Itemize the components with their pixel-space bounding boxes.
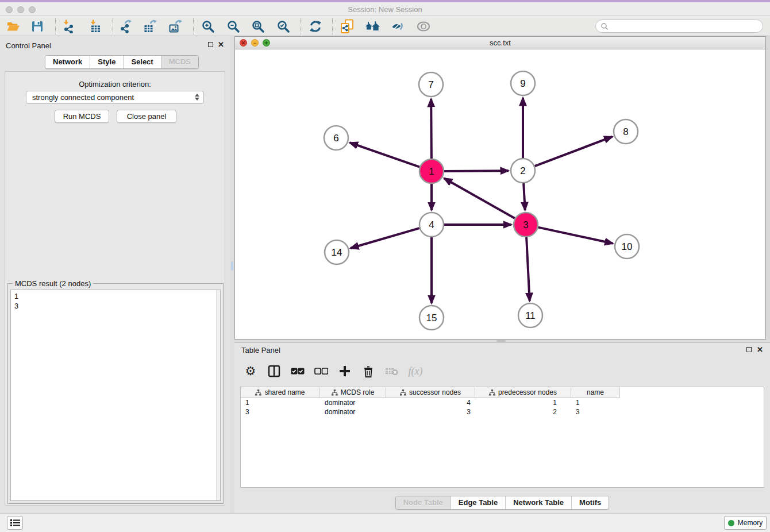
search-input[interactable] — [595, 20, 763, 33]
result-line: 1 — [14, 291, 217, 301]
memory-button[interactable]: Memory — [724, 516, 767, 530]
close-panel-icon[interactable]: ✕ — [757, 346, 763, 353]
column-header-predecessor-nodes[interactable]: predecessor nodes — [475, 387, 571, 398]
edge-3-11[interactable] — [526, 237, 530, 301]
toggle-visibility-icon — [416, 20, 431, 33]
tab-select[interactable]: Select — [124, 56, 161, 68]
tab-edge-table[interactable]: Edge Table — [451, 496, 506, 509]
search-icon — [600, 22, 609, 30]
network-graph[interactable]: 7968124314101511 — [235, 49, 765, 339]
gear-icon: ⚙ — [245, 365, 256, 377]
tab-style[interactable]: Style — [90, 56, 124, 68]
refresh-icon — [309, 20, 322, 33]
column-type-icon — [255, 390, 261, 396]
zoom-in-button[interactable] — [201, 19, 215, 34]
close-panel-button[interactable]: Close panel — [117, 110, 176, 123]
splitter-handle[interactable] — [231, 261, 233, 271]
graph-node-8[interactable]: 8 — [614, 119, 638, 144]
edge-4-14[interactable] — [351, 228, 419, 248]
network-canvas[interactable]: 7968124314101511 — [235, 49, 765, 339]
column-header-mcds-role[interactable]: MCDS role — [320, 387, 386, 398]
result-scrollbar[interactable] — [216, 290, 220, 500]
home-browser-button[interactable] — [365, 19, 380, 34]
float-panel-icon[interactable] — [746, 347, 752, 352]
edge-1-7[interactable] — [431, 99, 432, 159]
control-panel-title: Control Panel — [6, 41, 51, 50]
zoom-in-icon — [201, 20, 215, 33]
tab-network[interactable]: Network — [45, 56, 90, 68]
export-image-button[interactable] — [168, 19, 183, 34]
export-table-button[interactable] — [143, 19, 157, 34]
function-builder-button[interactable]: f(x) — [407, 363, 424, 379]
tab-mcds[interactable]: MCDS — [161, 56, 198, 68]
table-settings-button[interactable]: ⚙ — [242, 363, 259, 379]
duplicate-network-button[interactable] — [340, 19, 355, 34]
import-table-button[interactable] — [88, 19, 103, 34]
select-all-button[interactable] — [290, 363, 306, 379]
tab-network-table[interactable]: Network Table — [506, 496, 572, 509]
refresh-button[interactable] — [308, 19, 323, 34]
column-header-name[interactable]: name — [571, 387, 620, 398]
criterion-select[interactable]: strongly connected component — [26, 91, 204, 104]
cell-successor-nodes: 3 — [386, 407, 475, 417]
trash-icon — [363, 365, 374, 377]
cell-name: 1 — [571, 398, 620, 407]
delete-table-icon — [385, 366, 399, 376]
graph-node-2[interactable]: 2 — [511, 159, 535, 183]
open-session-button[interactable] — [6, 19, 21, 34]
svg-text:9: 9 — [520, 78, 525, 89]
tab-motifs[interactable]: Motifs — [572, 496, 609, 509]
column-header-shared-name[interactable]: shared name — [241, 387, 320, 398]
graph-node-10[interactable]: 10 — [615, 234, 639, 259]
hide-labels-button[interactable] — [390, 19, 405, 34]
float-panel-icon[interactable] — [208, 42, 213, 47]
graph-node-1[interactable]: 1 — [419, 159, 444, 183]
svg-text:15: 15 — [426, 313, 437, 323]
graph-node-4[interactable]: 4 — [419, 213, 444, 237]
hide-labels-icon — [391, 20, 405, 33]
edge-2-3[interactable] — [523, 183, 525, 210]
graph-node-7[interactable]: 7 — [419, 72, 443, 97]
graph-node-15[interactable]: 15 — [419, 306, 444, 330]
vertical-splitter[interactable] — [230, 36, 234, 513]
svg-text:8: 8 — [623, 126, 628, 137]
add-column-icon — [339, 365, 351, 377]
column-header-successor-nodes[interactable]: successor nodes — [386, 387, 475, 398]
split-columns-icon — [268, 365, 280, 377]
edge-2-8[interactable] — [535, 137, 613, 166]
delete-column-button[interactable] — [360, 363, 376, 379]
splitter-handle[interactable] — [496, 340, 506, 342]
import-network-button[interactable] — [61, 19, 76, 34]
zoom-out-button[interactable] — [226, 19, 241, 34]
graph-node-6[interactable]: 6 — [324, 126, 348, 150]
graph-node-14[interactable]: 14 — [325, 240, 349, 264]
edge-1-6[interactable] — [350, 142, 420, 167]
svg-text:4: 4 — [429, 219, 434, 230]
tab-node-table[interactable]: Node Table — [396, 496, 451, 509]
graph-node-9[interactable]: 9 — [511, 71, 535, 95]
close-panel-icon[interactable]: ✕ — [218, 41, 224, 48]
export-network-button[interactable] — [118, 19, 133, 34]
table-toolbar: ⚙ f(x) — [242, 361, 424, 381]
delete-table-button[interactable] — [384, 363, 400, 379]
graph-node-11[interactable]: 11 — [518, 303, 542, 327]
edge-3-10[interactable] — [538, 228, 613, 244]
task-history-button[interactable] — [7, 516, 23, 530]
edge-1-2[interactable] — [444, 171, 509, 171]
mcds-result-list[interactable]: 1 3 — [10, 290, 221, 501]
run-mcds-button[interactable]: Run MCDS — [55, 110, 109, 123]
deselect-all-button[interactable] — [313, 363, 329, 379]
table-row[interactable]: 1 dominator 4 1 1 — [241, 398, 764, 407]
zoom-selected-button[interactable] — [276, 19, 291, 34]
graph-node-3[interactable]: 3 — [514, 213, 538, 237]
edge-3-1[interactable] — [444, 178, 515, 218]
split-columns-button[interactable] — [266, 363, 282, 379]
toolbar-separator — [113, 18, 113, 34]
add-column-button[interactable] — [337, 363, 353, 379]
table-row[interactable]: 3 dominator 3 2 3 — [241, 407, 764, 417]
network-window-titlebar[interactable]: ✕ − + scc.txt — [235, 37, 765, 49]
toggle-visibility-button[interactable] — [416, 19, 431, 34]
zoom-fit-button[interactable] — [251, 19, 265, 34]
node-table[interactable]: shared name MCDS role successor nodes pr… — [240, 387, 764, 488]
save-session-button[interactable] — [30, 19, 45, 34]
